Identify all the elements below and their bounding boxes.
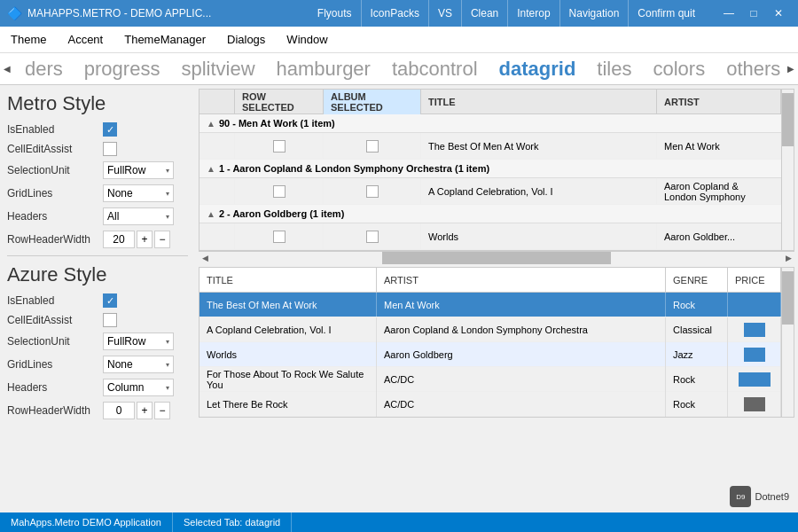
- metro-rowheaderwidth-decrement[interactable]: −: [154, 231, 170, 248]
- metro-group-3-header[interactable]: ▲ 2 - Aaron Goldberg (1 item): [200, 205, 781, 223]
- nav-hamburger[interactable]: hamburger: [266, 53, 381, 85]
- minimize-button[interactable]: —: [716, 0, 741, 27]
- nav-progress[interactable]: progress: [74, 53, 171, 85]
- azure-scrollbar[interactable]: [781, 268, 794, 417]
- metro-rowsel-checkbox-2[interactable]: [273, 185, 286, 198]
- azure-table-header: TITLE ARTIST GENRE PRICE: [200, 268, 781, 293]
- metro-rowsel-checkbox-3[interactable]: [273, 231, 286, 243]
- nav-interop[interactable]: Interop: [508, 0, 559, 27]
- maximize-button[interactable]: □: [741, 0, 766, 27]
- metro-td-albumcheck-1: [324, 133, 421, 160]
- azure-rowheaderwidth-increment[interactable]: +: [137, 402, 153, 419]
- nav-confirm-quit[interactable]: Confirm quit: [629, 0, 704, 27]
- nav-splitview[interactable]: splitview: [170, 53, 265, 85]
- nav-tiles[interactable]: tiles: [586, 53, 642, 85]
- h-scroll-left[interactable]: ◀: [199, 254, 211, 262]
- azure-selectionunit-label: SelectionUnit: [7, 335, 96, 348]
- metro-th-artist[interactable]: ARTIST: [657, 90, 781, 114]
- metro-td-title-2: A Copland Celebration, Vol. I: [421, 178, 657, 205]
- nav-tabcontrol[interactable]: tabcontrol: [381, 53, 489, 85]
- h-scrollbar-thumb[interactable]: [382, 252, 611, 264]
- h-scrollbar-inner[interactable]: [211, 252, 782, 264]
- azure-td-artist-1: Men At Work: [377, 293, 666, 317]
- nav-colors[interactable]: colors: [642, 53, 716, 85]
- metro-row-1[interactable]: The Best Of Men At Work Men At Work: [200, 133, 781, 160]
- azure-td-genre-3: Jazz: [666, 342, 728, 367]
- metro-h-scrollbar[interactable]: ◀ ▶: [199, 251, 794, 263]
- nav-clean[interactable]: Clean: [462, 0, 508, 27]
- metro-rowsel-checkbox-1[interactable]: [273, 140, 286, 153]
- nav-ders[interactable]: ders: [14, 53, 74, 85]
- azure-row-2[interactable]: A Copland Celebration, Vol. I Aaron Copl…: [200, 317, 781, 342]
- nav-datagrid[interactable]: datagrid: [489, 53, 587, 85]
- azure-headers-select[interactable]: Column▾: [103, 379, 174, 396]
- metro-th-rowselected[interactable]: ROW SELECTED: [235, 90, 324, 114]
- metro-group-1-header[interactable]: ▲ 90 - Men At Work (1 item): [200, 114, 781, 133]
- metro-rowheaderwidth-input[interactable]: 20: [103, 231, 135, 248]
- metro-scrollbar-thumb[interactable]: [782, 93, 794, 146]
- metro-th-title[interactable]: TITLE: [421, 90, 657, 114]
- close-button[interactable]: ✕: [766, 0, 791, 27]
- azure-th-price[interactable]: PRICE: [728, 268, 781, 293]
- title-bar: 🔷 MAHAPPS.METRO - DEMO APPLIC... Flyouts…: [0, 0, 798, 27]
- metro-albumsel-checkbox-1[interactable]: [366, 140, 379, 153]
- metro-rowheaderwidth-increment[interactable]: +: [137, 231, 153, 248]
- metro-group-2-header[interactable]: ▲ 1 - Aaron Copland & London Symphony Or…: [200, 160, 781, 178]
- h-scroll-right[interactable]: ▶: [782, 254, 794, 262]
- metro-th-rowsel: [200, 90, 235, 114]
- azure-row-1[interactable]: The Best Of Men At Work Men At Work Rock: [200, 293, 781, 317]
- azure-th-genre[interactable]: GENRE: [666, 268, 728, 293]
- menu-window[interactable]: Window: [283, 27, 331, 53]
- azure-scrollbar-thumb[interactable]: [782, 271, 794, 325]
- price-bar-1: [739, 298, 771, 312]
- metro-gridlines-select[interactable]: None▾: [103, 184, 174, 202]
- azure-row-3[interactable]: Worlds Aaron Goldberg Jazz: [200, 342, 781, 367]
- title-nav: Flyouts IconPacks VS Clean Interop Navig…: [309, 0, 704, 27]
- azure-table-main: TITLE ARTIST GENRE PRICE The Best Of Men…: [200, 268, 781, 417]
- azure-td-artist-4: AC/DC: [377, 367, 666, 392]
- azure-rowheaderwidth-input[interactable]: 0: [103, 402, 135, 419]
- metro-scrollbar[interactable]: [781, 90, 794, 250]
- price-bar-3: [744, 348, 765, 362]
- metro-selectionunit-label: SelectionUnit: [7, 164, 96, 176]
- metro-style-section: Metro Style IsEnabled CellEditAssist Sel…: [7, 92, 188, 248]
- metro-headers-select[interactable]: All▾: [103, 207, 174, 225]
- azure-rowheaderwidth-decrement[interactable]: −: [154, 402, 170, 419]
- azure-celleditassist-checkbox[interactable]: [103, 313, 117, 327]
- price-bar-4: [739, 372, 771, 387]
- azure-row-5[interactable]: Let There Be Rock AC/DC Rock: [200, 392, 781, 417]
- metro-table-body: ▲ 90 - Men At Work (1 item) The Best: [200, 114, 781, 250]
- menu-thememanager[interactable]: ThemeManager: [121, 27, 209, 53]
- nav-vs[interactable]: VS: [429, 0, 462, 27]
- metro-rowheaderwidth-field: 20 + −: [103, 231, 170, 248]
- azure-th-artist[interactable]: ARTIST: [377, 268, 666, 293]
- menu-dialogs[interactable]: Dialogs: [223, 27, 269, 53]
- azure-gridlines-row: GridLines None▾: [7, 356, 188, 373]
- azure-gridlines-select[interactable]: None▾: [103, 356, 174, 373]
- azure-rowheaderwidth-label: RowHeaderWidth: [7, 404, 96, 417]
- azure-selectionunit-select[interactable]: FullRow▾: [103, 332, 174, 350]
- nav-navigation[interactable]: Navigation: [560, 0, 630, 27]
- metro-row-3[interactable]: Worlds Aaron Goldber...: [200, 223, 781, 250]
- metro-isenabled-checkbox[interactable]: [103, 122, 117, 137]
- azure-rowheaderwidth-row: RowHeaderWidth 0 + −: [7, 402, 188, 419]
- metro-th-albumselected[interactable]: ALBUM SELECTED: [324, 90, 421, 114]
- metro-td-artist-1: Men At Work: [657, 133, 781, 160]
- nav-others[interactable]: others: [716, 53, 784, 85]
- metro-selectionunit-select[interactable]: FullRow▾: [103, 161, 174, 179]
- azure-table-section: TITLE ARTIST GENRE PRICE The Best Of Men…: [195, 267, 798, 418]
- menu-accent[interactable]: Accent: [64, 27, 106, 53]
- azure-isenabled-checkbox[interactable]: [103, 293, 117, 308]
- scroll-right-button[interactable]: ▶: [784, 53, 798, 85]
- nav-iconpacks[interactable]: IconPacks: [362, 0, 429, 27]
- metro-albumsel-checkbox-2[interactable]: [366, 185, 379, 198]
- metro-row-2[interactable]: A Copland Celebration, Vol. I Aaron Copl…: [200, 178, 781, 205]
- scroll-left-button[interactable]: ◀: [0, 53, 14, 85]
- nav-flyouts[interactable]: Flyouts: [309, 0, 362, 27]
- azure-row-4[interactable]: For Those About To Rock We Salute You AC…: [200, 367, 781, 392]
- azure-th-title[interactable]: TITLE: [200, 268, 377, 293]
- metro-albumsel-checkbox-3[interactable]: [366, 231, 379, 243]
- metro-celleditassist-checkbox[interactable]: [103, 142, 117, 156]
- dotnet9-icon: D9: [730, 486, 751, 505]
- menu-theme[interactable]: Theme: [7, 27, 50, 53]
